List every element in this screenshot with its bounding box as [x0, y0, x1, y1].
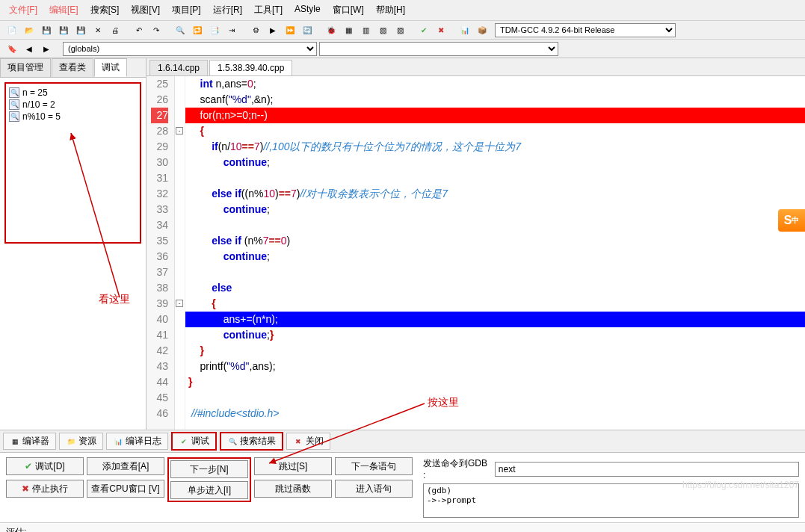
- check-icon: ✔: [25, 461, 32, 471]
- menu-run[interactable]: 运行[R]: [207, 1, 248, 19]
- profile3-icon[interactable]: ▧: [375, 22, 390, 37]
- bookmark-next-icon[interactable]: ▶: [39, 41, 54, 56]
- btab-resources[interactable]: 📁资源: [59, 433, 103, 450]
- menu-help[interactable]: 帮助[H]: [370, 1, 411, 19]
- watch-item[interactable]: 🔍n = 25: [9, 87, 137, 99]
- sidebar-tab-classview[interactable]: 查看类: [52, 58, 93, 77]
- menu-window[interactable]: 窗口[W]: [327, 1, 370, 19]
- cross-icon: ✖: [22, 483, 29, 494]
- close-file-icon[interactable]: ✕: [90, 22, 105, 37]
- cpu-window-button[interactable]: 查看CPU窗口 [V]: [87, 480, 164, 498]
- compilelog-tab-icon: 📊: [113, 436, 123, 447]
- sidebar-tabs: 项目管理 查看类 调试: [0, 58, 146, 78]
- secondary-toolbar: 🔖 ◀ ▶ (globals): [0, 40, 805, 58]
- code-lines[interactable]: int n,ans=0; scanf("%d",&n); for(n;n>=0;…: [185, 76, 805, 430]
- watch-icon: 🔍: [9, 111, 19, 122]
- btab-close[interactable]: ✖关闭: [286, 433, 330, 450]
- redo-icon[interactable]: ↷: [149, 22, 164, 37]
- function-select[interactable]: [319, 42, 558, 56]
- find-icon[interactable]: 🔍: [173, 22, 188, 37]
- save-icon[interactable]: 💾: [39, 22, 54, 37]
- profile2-icon[interactable]: ▥: [358, 22, 373, 37]
- code-area[interactable]: 2526272829303132333435363738394041424344…: [146, 76, 805, 430]
- print-icon[interactable]: 🖨: [108, 22, 123, 37]
- watch-expr: n = 25: [22, 87, 48, 98]
- editor: 1.6.14.cpp1.5.38.39.40.cpp 2526272829303…: [146, 58, 805, 430]
- watch-icon: 🔍: [9, 87, 19, 98]
- watch-icon: 🔍: [9, 99, 19, 110]
- debug-button[interactable]: ✔调试[D]: [6, 457, 84, 475]
- stats-icon[interactable]: 📊: [457, 22, 472, 37]
- menu-tools[interactable]: 工具[T]: [248, 1, 289, 19]
- menu-astyle[interactable]: AStyle: [289, 1, 327, 19]
- next-step-button[interactable]: 下一步[N]: [170, 460, 248, 478]
- menu-edit[interactable]: 编辑[E]: [43, 1, 84, 19]
- findinfiles-icon[interactable]: 📑: [207, 22, 222, 37]
- watch-panel: 🔍n = 25🔍n/10 = 2🔍n%10 = 5: [0, 78, 146, 430]
- into-statement-button[interactable]: 进入语句: [335, 480, 413, 498]
- check-icon[interactable]: ✔: [416, 22, 431, 37]
- saveall-icon[interactable]: 💾: [56, 22, 71, 37]
- step-into-button[interactable]: 单步进入[I]: [170, 481, 248, 499]
- btab-compiler[interactable]: ▦编译器: [3, 433, 56, 450]
- menu-file[interactable]: 文件[F]: [3, 1, 43, 19]
- compiler-tab-icon: ▦: [10, 436, 20, 447]
- fold-column[interactable]: --: [175, 76, 185, 430]
- cross-icon[interactable]: ✖: [434, 22, 448, 37]
- goto-icon[interactable]: ⇥: [224, 22, 239, 37]
- watch-expr: n%10 = 5: [22, 111, 61, 122]
- compile-icon[interactable]: ⚙: [248, 22, 263, 37]
- menu-view[interactable]: 视图[V]: [125, 1, 166, 19]
- watch-item[interactable]: 🔍n%10 = 5: [9, 111, 137, 123]
- new-file-icon[interactable]: 📄: [4, 22, 19, 37]
- file-tab[interactable]: 1.6.14.cpp: [149, 60, 208, 75]
- replace-icon[interactable]: 🔁: [190, 22, 205, 37]
- step-buttons-highlight: 下一步[N] 单步进入[I]: [167, 457, 251, 502]
- menu-search[interactable]: 搜索[S]: [84, 1, 126, 19]
- btab-debug[interactable]: ✔调试: [171, 432, 217, 451]
- skip-function-button[interactable]: 跳过函数: [254, 480, 332, 498]
- sidebar-tab-project[interactable]: 项目管理: [0, 58, 51, 77]
- compiler-select[interactable]: TDM-GCC 4.9.2 64-bit Release: [495, 23, 676, 37]
- scope-select[interactable]: (globals): [63, 42, 317, 56]
- sidebar: 项目管理 查看类 调试 🔍n = 25🔍n/10 = 2🔍n%10 = 5: [0, 58, 146, 430]
- file-tabs: 1.6.14.cpp1.5.38.39.40.cpp: [146, 58, 805, 76]
- bookmark-toggle-icon[interactable]: 🔖: [4, 41, 19, 56]
- bookmark-prev-icon[interactable]: ◀: [22, 41, 37, 56]
- search-tab-icon: 🔍: [227, 436, 238, 447]
- menu-project[interactable]: 项目[P]: [166, 1, 207, 19]
- profile4-icon[interactable]: ▨: [392, 22, 407, 37]
- evaluate-label: 评估:: [6, 526, 26, 532]
- btab-searchres[interactable]: 🔍搜索结果: [220, 432, 283, 451]
- undo-icon[interactable]: ↶: [132, 22, 146, 37]
- compile-run-icon[interactable]: ⏩: [283, 22, 297, 37]
- bottom-tabs: ▦编译器 📁资源 📊编译日志 ✔调试 🔍搜索结果 ✖关闭: [0, 430, 805, 453]
- sidebar-tab-debug[interactable]: 调试: [94, 58, 127, 77]
- stop-button[interactable]: ✖停止执行: [6, 480, 84, 498]
- debug-icon[interactable]: 🐞: [324, 22, 339, 37]
- gdb-label: 发送命令到GDB :: [423, 457, 490, 480]
- gdb-input[interactable]: [495, 462, 799, 477]
- run-icon[interactable]: ▶: [265, 22, 280, 37]
- line-gutter[interactable]: 2526272829303132333435363738394041424344…: [146, 76, 175, 430]
- rebuild-icon[interactable]: 🔄: [300, 22, 315, 37]
- main-toolbar: 📄 📂 💾 💾 💾 ✕ 🖨 ↶ ↷ 🔍 🔁 📑 ⇥ ⚙ ▶ ⏩ 🔄 🐞 ▦ ▥ …: [0, 21, 805, 40]
- watch-highlight-box: 🔍n = 25🔍n/10 = 2🔍n%10 = 5: [4, 82, 141, 244]
- open-file-icon[interactable]: 📂: [22, 22, 37, 37]
- btab-compilelog[interactable]: 📊编译日志: [106, 433, 168, 450]
- evaluate-bar: 评估:: [0, 522, 805, 532]
- watch-item[interactable]: 🔍n/10 = 2: [9, 99, 137, 111]
- skip-button[interactable]: 跳过[S]: [254, 457, 332, 475]
- package-icon[interactable]: 📦: [475, 22, 490, 37]
- menubar: 文件[F] 编辑[E] 搜索[S] 视图[V] 项目[P] 运行[R] 工具[T…: [0, 0, 805, 21]
- debug-tab-icon: ✔: [179, 436, 189, 447]
- file-tab[interactable]: 1.5.38.39.40.cpp: [209, 60, 292, 75]
- sogou-ime-badge[interactable]: S中: [778, 209, 805, 232]
- resources-tab-icon: 📁: [66, 436, 76, 447]
- add-watch-button[interactable]: 添加查看[A]: [87, 457, 164, 475]
- profile1-icon[interactable]: ▦: [341, 22, 356, 37]
- next-statement-button[interactable]: 下一条语句: [335, 457, 413, 475]
- watch-expr: n/10 = 2: [22, 99, 55, 110]
- watermark: https://blog.csdn.net/sita1207: [682, 480, 799, 490]
- saveas-icon[interactable]: 💾: [73, 22, 88, 37]
